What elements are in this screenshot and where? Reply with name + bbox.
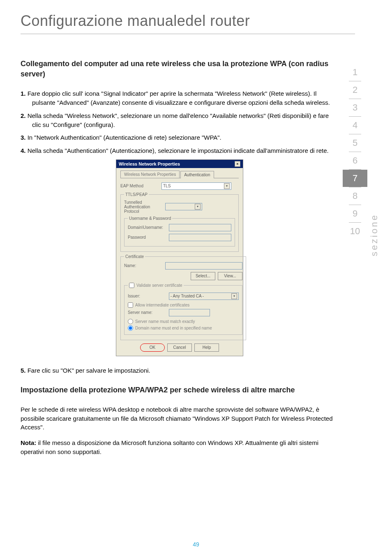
eap-method-label: EAP Method bbox=[120, 184, 161, 188]
section-nav: 1 2 3 4 5 6 7 8 9 10 bbox=[343, 64, 367, 240]
tunnelled-label: Tunnelled Authentication Protocol bbox=[124, 200, 165, 214]
issuer-value: - Any Trusted CA - bbox=[171, 294, 204, 298]
nav-item-2[interactable]: 2 bbox=[343, 81, 367, 99]
nota-label: Nota: bbox=[21, 439, 36, 446]
server-name-field[interactable] bbox=[169, 309, 210, 316]
wireless-properties-dialog: Wireless Network Properties × Wireless N… bbox=[116, 159, 243, 356]
content: Collegamento del computer ad una rete wi… bbox=[0, 34, 392, 456]
dialog-screenshot: Wireless Network Properties × Wireless N… bbox=[21, 159, 339, 356]
tab-properties[interactable]: Wireless Network Properties bbox=[120, 171, 180, 178]
issuer-label: Issuer: bbox=[128, 294, 169, 298]
help-button[interactable]: Help bbox=[194, 343, 219, 352]
step-list-1: 1. Fare doppio clic sull' icona "Signal … bbox=[21, 89, 339, 155]
paragraph-2-text: il file messo a disposizione da Microsof… bbox=[21, 439, 318, 455]
chevron-down-icon: ▾ bbox=[224, 183, 230, 189]
nav-item-3[interactable]: 3 bbox=[343, 99, 367, 116]
validate-checkbox[interactable]: Validate server certificate bbox=[128, 283, 184, 288]
select-button[interactable]: Select... bbox=[191, 272, 215, 280]
paragraph-1: Per le schede di rete wireless WPA deskt… bbox=[21, 405, 339, 432]
allow-intermediate-checkbox[interactable]: Allow intermediate certificates bbox=[128, 302, 239, 308]
user-fieldset: Username & Password Domain\Username: Pas… bbox=[124, 216, 235, 247]
step-4: 4. Nella scheda "Authentication" (Autent… bbox=[21, 146, 339, 155]
nav-item-9[interactable]: 9 bbox=[343, 205, 367, 222]
vertical-section-label: sezione bbox=[369, 214, 380, 256]
eap-method-value: TLS bbox=[163, 184, 171, 188]
validate-fieldset: Validate server certificate Issuer: - An… bbox=[124, 283, 242, 335]
nav-item-6[interactable]: 6 bbox=[343, 152, 367, 169]
section-heading-1: Collegamento del computer ad una rete wi… bbox=[21, 59, 339, 79]
ok-button[interactable]: OK bbox=[140, 343, 165, 352]
step-2: 2. Nella scheda "Wireless Network", sele… bbox=[21, 111, 339, 129]
allow-label: Allow intermediate certificates bbox=[135, 303, 189, 307]
nav-item-4[interactable]: 4 bbox=[343, 117, 367, 134]
radio-exact-match[interactable]: Server name must match exactly bbox=[128, 319, 239, 324]
cancel-button[interactable]: Cancel bbox=[167, 343, 192, 352]
radio-exact-input[interactable] bbox=[128, 319, 133, 324]
validate-checkbox-input[interactable] bbox=[129, 283, 134, 288]
server-name-label: Server name: bbox=[128, 310, 169, 315]
close-icon[interactable]: × bbox=[235, 161, 240, 167]
nav-item-8[interactable]: 8 bbox=[343, 187, 367, 205]
chevron-down-icon: ▾ bbox=[195, 204, 201, 210]
radio-exact-label: Server name must match exactly bbox=[135, 319, 195, 324]
cert-legend: Certificate bbox=[124, 254, 145, 259]
step-3: 3. In "Network Authentication" (Autentic… bbox=[21, 133, 339, 142]
password-label: Password bbox=[128, 235, 169, 240]
user-legend: Username & Password bbox=[128, 216, 172, 221]
cert-name-label: Name: bbox=[124, 263, 165, 268]
dialog-tabs: Wireless Network Properties Authenticati… bbox=[120, 171, 239, 178]
cert-name-field[interactable] bbox=[165, 262, 242, 270]
paragraph-2: Nota: il file messo a disposizione da Mi… bbox=[21, 438, 339, 456]
tab-authentication[interactable]: Authentication bbox=[180, 171, 214, 178]
allow-intermediate-input[interactable] bbox=[128, 302, 133, 308]
domain-field[interactable] bbox=[169, 224, 231, 231]
eap-method-dropdown[interactable]: TLS ▾ bbox=[161, 182, 231, 190]
nav-item-10[interactable]: 10 bbox=[343, 223, 367, 240]
issuer-dropdown[interactable]: - Any Trusted CA - ▾ bbox=[169, 293, 239, 300]
section-heading-2: Impostazione della protezione WPA/WPA2 p… bbox=[21, 385, 339, 395]
radio-domain-label: Domain name must end in specified name bbox=[135, 326, 212, 330]
view-button[interactable]: View... bbox=[218, 272, 242, 280]
step-1: 1. Fare doppio clic sull' icona "Signal … bbox=[21, 89, 339, 107]
nav-item-5[interactable]: 5 bbox=[343, 134, 367, 152]
dialog-title: Wireless Network Properties bbox=[119, 161, 180, 166]
password-field[interactable] bbox=[169, 234, 231, 241]
nav-item-1[interactable]: 1 bbox=[343, 64, 367, 81]
dialog-titlebar: Wireless Network Properties × bbox=[116, 160, 243, 168]
ttls-legend: TTLS/PEAP bbox=[124, 192, 149, 197]
certificate-fieldset: Certificate Name: Select... View... Vali… bbox=[120, 254, 246, 340]
domain-label: Domain\Username: bbox=[128, 225, 169, 230]
step-list-2: 5. Fare clic su "OK" per salvare le impo… bbox=[21, 366, 339, 375]
page-title: Configurazione manualedel router bbox=[0, 0, 392, 34]
ttls-fieldset: TTLS/PEAP Tunnelled Authentication Proto… bbox=[120, 192, 239, 252]
step-5: 5. Fare clic su "OK" per salvare le impo… bbox=[21, 366, 339, 375]
chevron-down-icon: ▾ bbox=[231, 293, 237, 299]
radio-domain-end[interactable]: Domain name must end in specified name bbox=[128, 325, 239, 331]
radio-domain-input[interactable] bbox=[128, 325, 133, 331]
tunnelled-dropdown[interactable]: ▾ bbox=[165, 203, 202, 210]
nav-item-7[interactable]: 7 bbox=[343, 170, 367, 187]
validate-label: Validate server certificate bbox=[136, 283, 182, 288]
page-number: 49 bbox=[0, 541, 392, 548]
